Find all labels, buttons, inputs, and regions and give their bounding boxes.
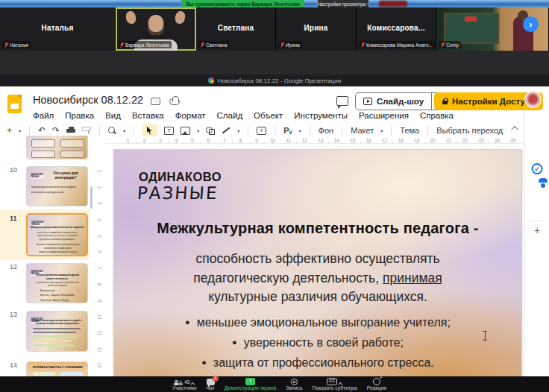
screen: Наталья Наталья Варвара Леонтьева Светла… <box>0 0 549 392</box>
hand-shape <box>174 10 186 25</box>
laser-pointer-icon[interactable]: Pᵥ <box>283 126 292 135</box>
blurred-badge <box>379 1 407 7</box>
add-comment-icon[interactable]: + <box>257 127 266 135</box>
mic-muted-icon <box>360 42 365 48</box>
participants-button[interactable]: 43 Участники <box>172 378 196 391</box>
screen-share-banner: Вы просматриваете экран Варвара Леонтьев… <box>181 0 304 7</box>
captions-icon: CC <box>327 378 337 385</box>
filmstrip-scrollbar[interactable] <box>90 186 92 209</box>
new-slide-button[interactable]: + <box>7 125 12 136</box>
chevron-down-icon[interactable]: ▾ <box>19 128 21 133</box>
participant-tile-active-speaker[interactable]: Варвара Леонтьева <box>116 7 196 51</box>
move-folder-icon[interactable] <box>151 98 160 105</box>
bullet-dot: ● <box>185 312 190 332</box>
slide-body: способность эффективно осуществлять педа… <box>114 250 521 307</box>
thumbnail-bullet: инклюзивная культура школы <box>31 190 76 195</box>
insert-line-icon[interactable] <box>222 127 230 134</box>
ruler-numbers: 12345678910111213 <box>94 163 104 373</box>
zoom-icon[interactable] <box>108 127 116 135</box>
theme-button[interactable]: Тема <box>400 126 419 135</box>
side-panel-rail: ✓ + <box>524 112 549 376</box>
account-avatar[interactable] <box>525 92 541 107</box>
insert-image-icon[interactable] <box>181 127 190 135</box>
chevron-down-icon[interactable]: ▾ <box>197 128 199 133</box>
thumbnail-slide-11-selected[interactable]: ОДИНАКОВОРАЗНЫЕ Межкультурная компетентн… <box>26 213 88 256</box>
poster-shape <box>465 16 477 22</box>
background-button[interactable]: Фон <box>319 126 334 135</box>
participant-tile[interactable]: Наталья Наталья <box>0 7 116 51</box>
record-button[interactable]: Запись <box>286 378 302 391</box>
ruler-numbers: 1234567891011121314151617181920212223242… <box>120 137 521 144</box>
chevron-down-icon[interactable]: ▾ <box>380 128 383 133</box>
hand-shape <box>125 10 137 25</box>
tasks-icon[interactable]: ✓ <box>532 163 543 174</box>
participant-name: Ирина <box>276 24 356 32</box>
zoom-control-bar: 43 Участники 1 Чат ↑ Демонстрация экрана… <box>0 376 549 392</box>
insert-shape-icon[interactable] <box>206 127 215 135</box>
chevron-down-icon[interactable]: ▾ <box>123 128 125 133</box>
slides-app-icon[interactable] <box>7 95 22 113</box>
thumbnail-slide-13[interactable]: ОДИНАКОВОРАЗНЫЕ Инклюзия как идея включе… <box>26 311 88 352</box>
participant-label: Светлана <box>206 42 227 48</box>
document-title[interactable]: Новосибирск 08.12.22 <box>33 94 143 106</box>
thumbnail-number: 13 <box>10 311 17 318</box>
view-settings-button[interactable]: Настройки просмотра▾ <box>318 0 368 7</box>
thumbnail-body: способность эффективно осуществлять педа… <box>32 231 83 241</box>
menu-item[interactable]: Вставка <box>132 111 164 120</box>
participant-tile[interactable]: Комиссарова... Комиссарова Марина Анато.… <box>357 7 436 51</box>
reactions-icon <box>373 378 380 385</box>
chevron-down-icon[interactable]: ▾ <box>237 128 239 133</box>
slide-canvas: ОДИНАКОВО РАЗНЫЕ Межкультурная компетент… <box>104 144 524 376</box>
add-addon-icon[interactable]: + <box>534 224 540 236</box>
menu-item[interactable]: Формат <box>175 111 206 120</box>
cloud-status-icon[interactable] <box>169 98 180 105</box>
layout-button[interactable]: Макет <box>351 126 374 135</box>
star-icon[interactable]: ☆ <box>134 96 142 107</box>
bullet-dot: ● <box>232 332 237 352</box>
slideshow-button[interactable]: Слайд-шоу ▼ <box>355 92 445 110</box>
menu-item[interactable]: Вид <box>105 111 121 120</box>
thumbnail-slide-9-partial[interactable] <box>26 136 88 159</box>
chat-button[interactable]: 1 Чат <box>206 378 214 391</box>
mic-muted-icon <box>119 42 124 48</box>
menu-item[interactable]: Инструменты <box>294 111 348 120</box>
current-slide[interactable]: ОДИНАКОВО РАЗНЫЕ Межкультурная компетент… <box>113 149 522 380</box>
present-icon <box>363 98 372 105</box>
comments-icon[interactable] <box>336 96 348 106</box>
menu-item[interactable]: Правка <box>65 111 94 120</box>
menu-item[interactable]: Справка <box>420 111 454 120</box>
next-participants-button[interactable]: › <box>523 16 539 32</box>
thumbnail-subtitle: отношение к культурным особенностям ребё… <box>33 281 82 287</box>
text-box-icon[interactable]: T <box>164 127 174 135</box>
thumbnail-slide-10[interactable]: ОДИНАКОВОРАЗНЫЕ Что нужно для интеграции… <box>26 166 88 206</box>
share-screen-button[interactable]: ↑ Демонстрация экрана <box>225 378 276 391</box>
participant-label: Наталья <box>10 42 28 48</box>
vertical-ruler: 12345678910111213 <box>94 144 104 376</box>
slide-logo-line2: РАЗНЫЕ <box>137 183 219 203</box>
reactions-button[interactable]: Реакции <box>367 378 386 391</box>
slide-filmstrip: 10 ОДИНАКОВОРАЗНЫЕ Что нужно для интегра… <box>0 136 90 376</box>
participant-name: Комиссарова... <box>357 24 436 32</box>
chevron-down-icon[interactable]: ▾ <box>299 128 301 133</box>
menu-item[interactable]: Файл <box>33 111 54 120</box>
thumbnail-bullet: Принятие. Вызов. Ресурс. <box>40 298 75 303</box>
print-icon[interactable] <box>66 127 75 134</box>
slide-title: Межкультурная компетентность педагога - <box>114 220 521 237</box>
transition-button[interactable]: Выбрать переход <box>436 126 503 135</box>
thumbnail-slide-14[interactable]: ФОРМАТЫ РАБОТЫ С УЧЕНИКАМИ <box>26 361 88 376</box>
browser-tab-bar[interactable]: Новосибирск 08.12.22 - Google Презентаци… <box>0 75 549 86</box>
participant-label: Варвара Леонтьева <box>125 42 169 48</box>
participant-tile[interactable]: Светлана Светлана <box>196 7 276 51</box>
zoom-video-strip: Наталья Наталья Варвара Леонтьева Светла… <box>0 0 549 51</box>
thumbnail-number: 12 <box>10 263 17 271</box>
redo-icon[interactable]: ↷ <box>52 126 60 135</box>
select-tool-active[interactable] <box>142 124 157 136</box>
menu-item[interactable]: Слайд <box>217 111 243 120</box>
participant-tile[interactable]: Ирина Ирина <box>276 7 357 51</box>
captions-button[interactable]: CC Показать субтитры <box>313 378 357 391</box>
mic-muted-icon <box>440 42 445 48</box>
menu-item[interactable]: Расширения <box>359 111 409 120</box>
menu-item[interactable]: Объект <box>254 111 283 120</box>
undo-icon[interactable]: ↶ <box>38 126 46 135</box>
thumbnail-slide-12[interactable]: ОДИНАКОВОРАЗНЫЕ Этапы развития межкульту… <box>26 263 88 303</box>
